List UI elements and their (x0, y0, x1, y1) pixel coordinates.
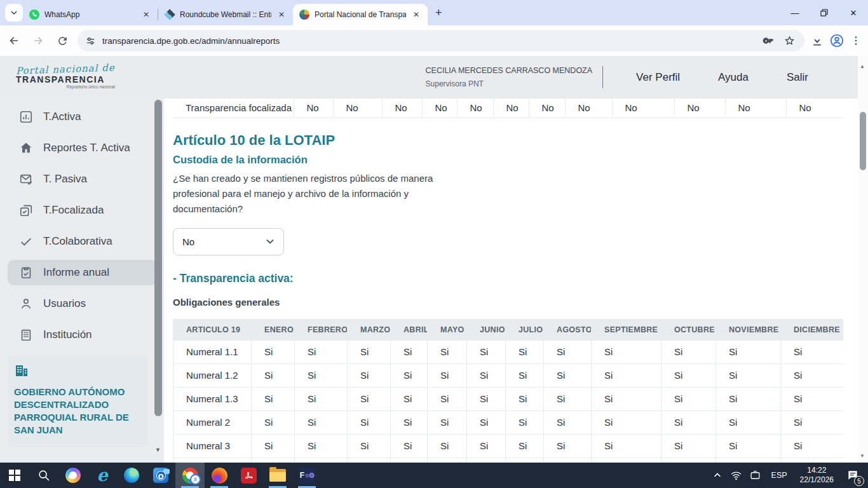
file-explorer-icon (269, 469, 286, 482)
forms-app-button[interactable]: F≡⚙ (292, 463, 322, 488)
table-cell: Si (295, 458, 348, 463)
copilot-button[interactable] (58, 463, 88, 488)
chrome-button[interactable] (175, 463, 205, 488)
ayuda-link[interactable]: Ayuda (699, 71, 768, 84)
sidebar-item-institucion[interactable]: Institución (8, 322, 158, 348)
column-header: ABRIL (391, 319, 428, 340)
sidebar-item-label: Informe anual (43, 266, 109, 279)
salir-link[interactable]: Salir (768, 71, 813, 84)
table-cell: Si (781, 434, 843, 458)
column-header: MARZO (348, 319, 391, 340)
table-cell: No (674, 98, 725, 118)
page: Portal nacional de TRANSPARENCIA Reposit… (0, 56, 868, 463)
notification-badge: 5 (854, 476, 864, 486)
bookmark-star-icon[interactable] (783, 35, 796, 47)
column-header: JUNIO (467, 319, 506, 340)
edge-button[interactable] (117, 463, 146, 488)
sidebar-item-t-activa[interactable]: T.Activa (8, 104, 158, 130)
tab-close-icon[interactable]: ✕ (141, 10, 151, 20)
table-cell: No (786, 98, 843, 118)
row-label: Numeral 4 (173, 458, 252, 463)
start-button[interactable] (0, 463, 29, 488)
profile-icon[interactable] (830, 34, 844, 48)
table-cell: Si (592, 458, 661, 463)
table-cell: Si (544, 387, 592, 410)
site-settings-icon[interactable] (85, 36, 96, 46)
header-row: ARTICULO 19ENEROFEBREROMARZOABRILMAYOJUN… (173, 319, 843, 340)
internet-explorer-button[interactable]: e (88, 463, 117, 488)
mail-check-icon (19, 172, 34, 186)
column-header: OCTUBRE (661, 319, 716, 340)
chrome-profile-badge (190, 474, 201, 485)
taskbar-search-button[interactable] (29, 463, 58, 488)
sidebar-item-t-focalizada[interactable]: T.Focalizada (8, 198, 158, 223)
sidebar-item-t-colaborativa[interactable]: T.Colaborativa (8, 229, 158, 254)
reload-icon[interactable] (52, 30, 72, 51)
table-cell: No (725, 98, 786, 118)
sidebar-item-label: T.Colaborativa (43, 235, 112, 248)
downloads-icon[interactable] (811, 34, 824, 47)
sidebar-item-reportes-t-activa[interactable]: Reportes T. Activa (8, 135, 158, 161)
password-key-icon[interactable] (763, 35, 775, 47)
tray-chevron-up-icon[interactable] (709, 463, 726, 488)
table-row: Numeral 3SiSiSiSiSiSiSiSiSiSiSiSi (173, 434, 843, 458)
tab-portal-active[interactable]: Portal Nacional de Transparenci ✕ (293, 4, 428, 25)
sidebar-item-t-pasiva[interactable]: T. Pasiva (8, 166, 158, 192)
acrobat-icon (241, 468, 257, 484)
page-scrollbar-thumb[interactable] (860, 112, 866, 170)
tab-whatsapp[interactable]: WhatsApp ✕ (23, 4, 158, 25)
table-cell: Si (544, 340, 592, 363)
clock[interactable]: 14:22 22/1/2026 (800, 466, 834, 485)
tab-title: WhatsApp (44, 10, 136, 19)
page-scrollbar[interactable]: ▲ ▼ (858, 56, 868, 463)
row-label: Numeral 1.3 (173, 387, 252, 410)
table-cell: Si (506, 363, 544, 387)
restore-button[interactable] (810, 0, 839, 25)
table-cell: Si (781, 340, 843, 363)
portal-logo[interactable]: Portal nacional de TRANSPARENCIA Reposit… (16, 65, 115, 90)
new-tab-button[interactable]: + (435, 6, 442, 20)
table-cell: Si (467, 363, 506, 387)
taskbar: e o F≡⚙ ESP 14:22 22/1/2026 (0, 463, 868, 488)
forward-icon[interactable] (28, 30, 48, 51)
user-info: CECILIA MERCEDES CARRASCO MENDOZA Superv… (426, 66, 604, 88)
organization-panel[interactable]: GOBIERNO AUTÓNOMO DESCENTRALIZADO PARROQ… (8, 355, 147, 447)
outlook-button[interactable]: o (146, 463, 175, 488)
scroll-up-icon[interactable]: ▲ (860, 64, 865, 69)
close-button[interactable]: ✕ (839, 0, 868, 25)
sidebar: T.Activa Reportes T. Activa T. Pasiva T.… (0, 98, 164, 463)
minimize-button[interactable]: — (780, 0, 810, 25)
answer-select[interactable]: No (173, 228, 284, 255)
column-header: ARTICULO 19 (173, 319, 252, 340)
tab-search-button[interactable] (5, 4, 23, 22)
ver-perfil-link[interactable]: Ver Perfil (617, 71, 699, 84)
back-icon[interactable] (4, 30, 24, 51)
sidebar-item-usuarios[interactable]: Usuarios (8, 291, 158, 316)
display-device-icon[interactable] (747, 463, 764, 488)
sidebar-item-label: Usuarios (43, 297, 86, 310)
wifi-icon[interactable] (728, 463, 745, 488)
tab-roundcube[interactable]: Roundcube Webmail :: Entrada ✕ (158, 4, 293, 25)
table-cell: Si (781, 363, 843, 387)
sidebar-scrollbar-thumb[interactable] (154, 100, 162, 416)
logo-main-line: TRANSPARENCIA (16, 75, 115, 84)
notification-center-button[interactable]: 5 (840, 463, 865, 488)
table-cell: Si (661, 458, 716, 463)
language-indicator[interactable]: ESP (771, 471, 787, 480)
acrobat-button[interactable] (234, 463, 263, 488)
scroll-down-icon[interactable]: ▼ (860, 453, 865, 459)
tab-close-icon[interactable]: ✕ (411, 10, 421, 20)
sidebar-scrollbar[interactable]: ▼ (154, 100, 162, 456)
url-bar[interactable]: transparencia.dpe.gob.ec/admin/annualrep… (78, 30, 804, 51)
sidebar-scroll-down-icon[interactable]: ▼ (155, 447, 161, 453)
edge-icon (124, 468, 139, 483)
file-explorer-button[interactable] (263, 463, 292, 488)
sidebar-item-informe-anual[interactable]: Informe anual (8, 260, 158, 285)
url-text[interactable]: transparencia.dpe.gob.ec/admin/annualrep… (102, 36, 763, 46)
firefox-button[interactable] (205, 463, 234, 488)
menu-kebab-icon[interactable] (850, 35, 862, 46)
table-cell: Si (592, 340, 661, 363)
tab-close-icon[interactable]: ✕ (276, 10, 287, 20)
column-header: NOVIEMBRE (716, 319, 781, 340)
answer-select-value: No (182, 236, 194, 247)
